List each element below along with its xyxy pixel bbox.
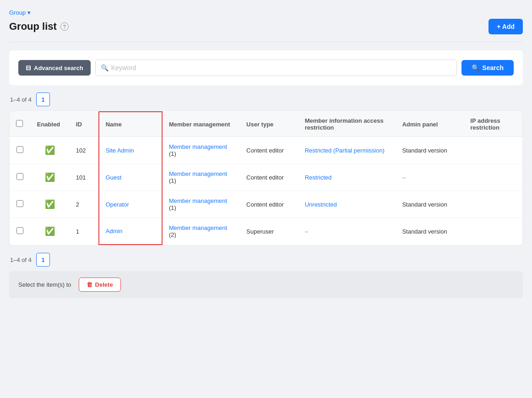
row-id-cell: 101	[70, 164, 99, 191]
table-row: ✅ 2 Operator Member management (1) Conte…	[10, 191, 522, 218]
row-member-link[interactable]: Member management	[169, 143, 227, 150]
row-usertype-cell: Superuser	[240, 218, 299, 245]
breadcrumb-chevron: ▾	[27, 9, 31, 16]
enabled-check-icon: ✅	[37, 226, 63, 236]
row-member-cell: Member management (2)	[162, 218, 240, 245]
row-id-cell: 1	[70, 218, 99, 245]
row-admin-cell: Standard version	[396, 191, 464, 218]
add-button[interactable]: + Add	[489, 19, 523, 34]
search-prefix-icon: 🔍	[101, 64, 109, 71]
th-member-info-access: Member information access restriction	[299, 112, 396, 137]
row-info-link[interactable]: Unrestricted	[305, 201, 337, 208]
row-info-cell: Restricted	[299, 164, 396, 191]
search-row: ⊟ Advanced search 🔍 🔍 Search	[18, 60, 514, 76]
row-member-link[interactable]: Member management	[169, 197, 227, 204]
select-items-label: Select the item(s) to	[18, 281, 71, 288]
row-member-cell: Member management (1)	[162, 137, 240, 164]
row-enabled-cell: ✅	[31, 137, 70, 164]
row-usertype-cell: Content editor	[240, 191, 299, 218]
row-checkbox[interactable]	[16, 146, 23, 153]
row-name-link[interactable]: Site Admin	[106, 147, 134, 154]
row-info-link[interactable]: Restricted (Partial permission)	[305, 147, 385, 154]
search-button[interactable]: 🔍 Search	[461, 60, 514, 76]
row-id-cell: 102	[70, 137, 99, 164]
pagination-info-bottom: 1–4 of 4	[10, 256, 32, 263]
trash-icon: 🗑	[87, 281, 92, 288]
th-user-type: User type	[240, 112, 299, 137]
row-member-count: (2)	[169, 231, 176, 238]
row-name-cell: Site Admin	[99, 137, 162, 164]
row-checkbox-cell	[10, 191, 31, 218]
th-name: Name	[99, 112, 162, 137]
row-name-link[interactable]: Guest	[106, 174, 122, 181]
row-admin-value: Standard version	[402, 147, 447, 154]
row-name-link[interactable]: Operator	[106, 201, 129, 208]
row-admin-cell: –	[396, 164, 464, 191]
help-icon[interactable]: ?	[60, 22, 69, 31]
page-title: Group list	[9, 21, 57, 33]
search-icon: 🔍	[472, 64, 479, 71]
page-1-button-bottom[interactable]: 1	[36, 253, 50, 267]
row-member-count: (1)	[169, 204, 176, 211]
row-usertype-cell: Content editor	[240, 164, 299, 191]
table-row: ✅ 102 Site Admin Member management (1) C…	[10, 137, 522, 164]
keyword-input[interactable]	[95, 60, 457, 76]
row-member-cell: Member management (1)	[162, 164, 240, 191]
row-ip-cell	[464, 164, 522, 191]
pagination-info-top: 1–4 of 4	[10, 96, 32, 103]
delete-button[interactable]: 🗑 Delete	[79, 278, 121, 292]
group-table: Enabled ID Name Member management User t…	[10, 111, 522, 245]
row-admin-value: Standard version	[402, 201, 447, 208]
enabled-check-icon: ✅	[37, 145, 63, 155]
pagination-bottom: 1–4 of 4 1	[9, 253, 523, 267]
table-row: ✅ 1 Admin Member management (2) Superuse…	[10, 218, 522, 245]
row-info-link: –	[305, 228, 308, 235]
keyword-input-wrapper: 🔍	[95, 60, 457, 76]
row-name-cell: Operator	[99, 191, 162, 218]
th-checkbox	[10, 112, 31, 137]
header-divider	[9, 42, 523, 42]
filter-icon: ⊟	[26, 64, 31, 71]
row-info-cell: Restricted (Partial permission)	[299, 137, 396, 164]
advanced-search-button[interactable]: ⊟ Advanced search	[18, 60, 91, 76]
row-admin-cell: Standard version	[396, 218, 464, 245]
row-ip-cell	[464, 218, 522, 245]
enabled-check-icon: ✅	[37, 199, 63, 209]
row-name-cell: Guest	[99, 164, 162, 191]
row-id-cell: 2	[70, 191, 99, 218]
row-admin-value: Standard version	[402, 228, 447, 235]
row-checkbox[interactable]	[16, 200, 23, 207]
row-member-link[interactable]: Member management	[169, 170, 227, 177]
row-member-link[interactable]: Member management	[169, 224, 227, 231]
th-id: ID	[70, 112, 99, 137]
th-admin-panel: Admin panel	[396, 112, 464, 137]
th-enabled: Enabled	[31, 112, 70, 137]
select-all-checkbox[interactable]	[16, 120, 23, 127]
row-name-cell: Admin	[99, 218, 162, 245]
group-table-card: Enabled ID Name Member management User t…	[9, 111, 523, 245]
table-header-row: Enabled ID Name Member management User t…	[10, 112, 522, 137]
row-checkbox[interactable]	[16, 227, 23, 234]
row-checkbox-cell	[10, 164, 31, 191]
enabled-check-icon: ✅	[37, 172, 63, 182]
row-member-cell: Member management (1)	[162, 191, 240, 218]
row-checkbox[interactable]	[16, 173, 23, 180]
breadcrumb-label: Group	[9, 9, 26, 16]
search-card: ⊟ Advanced search 🔍 🔍 Search	[9, 50, 523, 85]
pagination-top: 1–4 of 4 1	[9, 93, 523, 106]
row-info-cell: Unrestricted	[299, 191, 396, 218]
th-ip-address: IP address restriction	[464, 112, 522, 137]
row-member-count: (1)	[169, 177, 176, 184]
page-1-button-top[interactable]: 1	[36, 93, 50, 106]
row-name-link[interactable]: Admin	[106, 228, 123, 234]
row-ip-cell	[464, 191, 522, 218]
breadcrumb-group[interactable]: Group ▾	[9, 9, 31, 16]
row-checkbox-cell	[10, 137, 31, 164]
row-admin-value: –	[402, 174, 405, 181]
row-checkbox-cell	[10, 218, 31, 245]
row-ip-cell	[464, 137, 522, 164]
th-member-management: Member management	[162, 112, 240, 137]
row-info-link[interactable]: Restricted	[305, 174, 332, 181]
row-admin-cell: Standard version	[396, 137, 464, 164]
row-enabled-cell: ✅	[31, 191, 70, 218]
